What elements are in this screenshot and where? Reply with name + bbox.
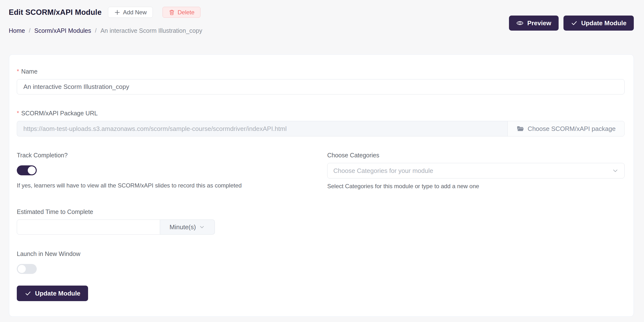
update-module-label: Update Module — [581, 19, 626, 27]
package-url-input[interactable] — [17, 121, 508, 137]
preview-label: Preview — [527, 19, 551, 27]
launch-new-window-label: Launch in New Window — [17, 250, 624, 257]
launch-new-window-toggle[interactable] — [17, 264, 37, 274]
estimated-time-input-group: Minute(s) — [17, 219, 215, 235]
breadcrumb-scorm-modules[interactable]: Scorm/xAPI Modules — [34, 27, 91, 34]
package-url-field-group: * SCORM/xAPI Package URL Choose SCORM/xA… — [17, 110, 624, 137]
track-completion-group: Track Completion? If yes, learners will … — [17, 152, 314, 190]
check-icon — [24, 290, 32, 297]
categories-placeholder: Choose Categories for your module — [333, 167, 433, 174]
chevron-down-icon — [612, 167, 619, 174]
page-header: Edit SCORM/xAPI Module Add New Delete Ho… — [0, 0, 644, 34]
breadcrumb-home[interactable]: Home — [9, 27, 25, 34]
check-icon — [571, 20, 578, 26]
chevron-down-icon — [199, 224, 205, 230]
delete-label: Delete — [178, 9, 194, 16]
required-marker: * — [17, 68, 19, 75]
submit-label: Update Module — [35, 290, 80, 297]
toggle-knob — [28, 166, 36, 174]
plus-icon — [114, 9, 120, 15]
update-module-button-bottom[interactable]: Update Module — [17, 286, 88, 301]
name-input[interactable] — [17, 79, 624, 94]
breadcrumb-separator: / — [29, 27, 30, 34]
categories-label: Choose Categories — [327, 152, 624, 159]
name-label: * Name — [17, 68, 624, 75]
preview-button[interactable]: Preview — [509, 15, 558, 31]
toggle-knob — [18, 265, 26, 273]
name-field-group: * Name — [17, 68, 624, 94]
page-title: Edit SCORM/xAPI Module — [9, 8, 102, 17]
package-url-label: * SCORM/xAPI Package URL — [17, 110, 624, 117]
categories-group: Choose Categories Choose Categories for … — [327, 152, 624, 190]
track-completion-toggle[interactable] — [17, 165, 37, 175]
add-new-label: Add New — [123, 9, 147, 16]
trash-icon — [168, 9, 175, 15]
folder-open-icon — [516, 125, 524, 132]
header-actions: Preview Update Module — [509, 15, 634, 31]
choose-package-button[interactable]: Choose SCORM/xAPI package — [508, 121, 624, 137]
time-unit-label: Minute(s) — [170, 223, 196, 231]
categories-helper: Select Categories for this module or typ… — [327, 183, 624, 190]
track-completion-label: Track Completion? — [17, 152, 314, 159]
required-marker: * — [17, 110, 19, 117]
toggles-row: Track Completion? If yes, learners will … — [17, 152, 624, 190]
track-completion-helper: If yes, learners will have to view all t… — [17, 182, 314, 189]
estimated-time-label: Estimated Time to Complete — [17, 208, 624, 215]
time-unit-select[interactable]: Minute(s) — [160, 219, 215, 235]
estimated-time-group: Estimated Time to Complete Minute(s) — [17, 208, 624, 235]
eye-icon — [516, 19, 524, 27]
breadcrumb-current: An interactive Scorm Illustration_copy — [100, 27, 202, 34]
choose-package-label: Choose SCORM/xAPI package — [528, 125, 616, 133]
launch-new-window-group: Launch in New Window — [17, 250, 624, 274]
module-form-card: * Name * SCORM/xAPI Package URL Choose S… — [9, 54, 634, 317]
estimated-time-input[interactable] — [17, 219, 160, 235]
add-new-button[interactable]: Add New — [108, 7, 153, 18]
package-url-group: Choose SCORM/xAPI package — [17, 121, 624, 137]
delete-button[interactable]: Delete — [162, 7, 200, 18]
breadcrumb-separator: / — [95, 27, 96, 34]
update-module-button-top[interactable]: Update Module — [564, 15, 634, 31]
categories-select[interactable]: Choose Categories for your module — [327, 163, 624, 178]
